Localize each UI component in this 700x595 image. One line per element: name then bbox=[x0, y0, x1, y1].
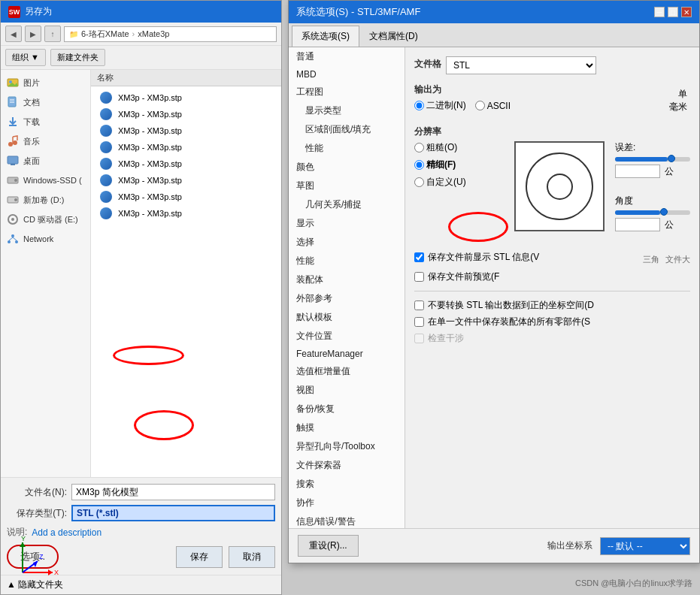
nav-item-area-hatch[interactable]: 区域剖面线/填充 bbox=[289, 120, 405, 139]
nav-item-assembly[interactable]: 装配体 bbox=[289, 270, 405, 289]
sidebar-item-windows-ssd[interactable]: Windows-SSD ( bbox=[1, 171, 90, 190]
filetype-select[interactable]: STL (*.stl) bbox=[71, 505, 275, 521]
slider-track[interactable] bbox=[615, 157, 690, 162]
nav-item-collab[interactable]: 协作 bbox=[289, 494, 405, 512]
nav-item-performance[interactable]: 性能 bbox=[289, 139, 405, 158]
ascii-radio-label[interactable]: ASCII bbox=[475, 101, 511, 111]
maximize-button[interactable]: □ bbox=[668, 7, 678, 17]
sidebar-item-documents[interactable]: 文档 bbox=[1, 92, 90, 112]
custom-radio-label[interactable]: 自定义(U) bbox=[414, 176, 466, 189]
angle-slider bbox=[615, 210, 690, 215]
angle-input[interactable] bbox=[615, 218, 660, 231]
nav-item-display-types[interactable]: 显示类型 bbox=[289, 101, 405, 120]
forward-button[interactable]: ▶ bbox=[25, 26, 41, 42]
nav-item-spin-box[interactable]: 选值框增量值 bbox=[289, 362, 405, 381]
file-list-container: 名称 XM3p - XM3p.stp XM3p - XM3p.stp XM3p … bbox=[91, 70, 281, 477]
main-area: 图片 文档 下载 音乐 bbox=[1, 70, 281, 477]
sidebar-item-desktop[interactable]: 桌面 bbox=[1, 151, 90, 171]
ascii-radio[interactable] bbox=[475, 101, 485, 110]
custom-label: 自定义(U) bbox=[426, 176, 466, 189]
check-interference-checkbox[interactable] bbox=[414, 334, 424, 343]
sidebar-item-downloads[interactable]: 下载 bbox=[1, 112, 90, 131]
sys-title-text: 系统选项(S) - STL/3MF/AMF bbox=[296, 5, 420, 19]
binary-radio[interactable] bbox=[414, 101, 424, 110]
nav-item-relations[interactable]: 几何关系/捕捉 bbox=[289, 195, 405, 214]
file-list[interactable]: XM3p - XM3p.stp XM3p - XM3p.stp XM3p - X… bbox=[91, 86, 281, 477]
nav-item-file-locations[interactable]: 文件位置 bbox=[289, 327, 405, 346]
nav-item-colors[interactable]: 颜色 bbox=[289, 158, 405, 177]
nav-item-hole-dir[interactable]: 异型孔向导/Toolbox bbox=[289, 437, 405, 456]
new-folder-button[interactable]: 新建文件夹 bbox=[50, 49, 105, 66]
save-button[interactable]: 保存 bbox=[176, 546, 223, 568]
coord-select[interactable]: -- 默认 -- bbox=[600, 537, 690, 555]
coarse-radio[interactable] bbox=[414, 143, 424, 153]
nav-item-mbd[interactable]: MBD bbox=[289, 66, 405, 83]
sidebar-item-new-volume[interactable]: 新加卷 (D:) bbox=[1, 190, 90, 210]
nav-item-general[interactable]: 普通 bbox=[289, 47, 405, 66]
downloads-icon bbox=[7, 116, 19, 128]
path-bar[interactable]: 📁 6-珞石XMate › xMate3p bbox=[64, 26, 277, 42]
custom-radio[interactable] bbox=[414, 177, 424, 187]
network-icon bbox=[7, 233, 19, 245]
nav-item-performance2[interactable]: 性能 bbox=[289, 252, 405, 270]
coarse-radio-label[interactable]: 粗糙(O) bbox=[414, 141, 466, 154]
nav-item-sketch[interactable]: 草图 bbox=[289, 177, 405, 195]
angle-slider-track[interactable] bbox=[615, 210, 690, 215]
file-format-label: 文件格 bbox=[414, 58, 441, 71]
file-format-select[interactable]: STL bbox=[446, 56, 596, 74]
reset-button[interactable]: 重设(R)... bbox=[298, 535, 359, 557]
file-item[interactable]: XM3p - XM3p.stp bbox=[94, 189, 278, 205]
show-stl-info-checkbox[interactable] bbox=[414, 252, 424, 262]
sidebar-item-network[interactable]: Network bbox=[1, 229, 90, 249]
error-unit: 公 bbox=[665, 165, 674, 178]
close-button[interactable]: ✕ bbox=[681, 7, 692, 17]
cancel-button[interactable]: 取消 bbox=[229, 546, 275, 568]
up-button[interactable]: ↑ bbox=[44, 26, 61, 42]
file-item[interactable]: XM3p - XM3p.stp bbox=[94, 172, 278, 189]
nav-item-feature-mgr[interactable]: FeatureManager bbox=[289, 346, 405, 362]
no-transform-checkbox[interactable] bbox=[414, 301, 424, 310]
error-input[interactable] bbox=[615, 165, 660, 178]
sidebar-item-music[interactable]: 音乐 bbox=[1, 131, 90, 151]
nav-item-ext-ref[interactable]: 外部参考 bbox=[289, 289, 405, 308]
file-name: XM3p - XM3p.stp bbox=[118, 110, 182, 119]
tab-document-properties[interactable]: 文档属性(D) bbox=[359, 26, 428, 47]
file-item[interactable]: XM3p - XM3p.stp bbox=[94, 106, 278, 122]
tab-system-options[interactable]: 系统选项(S) bbox=[292, 26, 359, 47]
svg-point-12 bbox=[14, 179, 17, 182]
nav-item-search[interactable]: 搜索 bbox=[289, 475, 405, 494]
nav-item-default-templates[interactable]: 默认模板 bbox=[289, 308, 405, 327]
nav-item-backup[interactable]: 备份/恢复 bbox=[289, 400, 405, 418]
nav-item-touch[interactable]: 触摸 bbox=[289, 418, 405, 437]
single-file-checkbox[interactable] bbox=[414, 317, 424, 327]
binary-radio-label[interactable]: 二进制(N) bbox=[414, 99, 466, 112]
nav-item-file-explorer[interactable]: 文件探索器 bbox=[289, 456, 405, 475]
sw-icon: SW bbox=[8, 6, 20, 18]
angle-slider-thumb[interactable] bbox=[660, 208, 668, 216]
error-section: 误差: 公 bbox=[615, 141, 690, 181]
svg-marker-23 bbox=[48, 569, 53, 575]
nav-item-view[interactable]: 视图 bbox=[289, 381, 405, 400]
organize-button[interactable]: 组织 ▼ bbox=[5, 49, 46, 66]
nav-item-drawings[interactable]: 工程图 bbox=[289, 83, 405, 101]
file-item[interactable]: XM3p - XM3p.stp bbox=[94, 205, 278, 222]
sidebar-item-cd-drive[interactable]: CD 驱动器 (E:) bbox=[1, 210, 90, 229]
file-item[interactable]: XM3p - XM3p.stp bbox=[94, 139, 278, 156]
slider-thumb[interactable] bbox=[668, 155, 675, 162]
back-button[interactable]: ◀ bbox=[5, 26, 22, 42]
nav-item-messages[interactable]: 信息/错误/警告 bbox=[289, 512, 405, 528]
nav-item-selection[interactable]: 选择 bbox=[289, 233, 405, 252]
filename-input[interactable] bbox=[71, 484, 275, 500]
preview-save-checkbox[interactable] bbox=[414, 272, 424, 282]
minimize-button[interactable]: ─ bbox=[654, 7, 665, 17]
unit-label: 单 bbox=[669, 88, 687, 101]
fine-radio-label[interactable]: 精细(F) bbox=[414, 159, 466, 171]
file-item[interactable]: XM3p - XM3p.stp bbox=[94, 156, 278, 172]
sidebar-item-pictures[interactable]: 图片 bbox=[1, 73, 90, 92]
nav-item-display[interactable]: 显示 bbox=[289, 214, 405, 233]
axis-indicator: X Y Z bbox=[15, 535, 53, 572]
angle-label: 角度 bbox=[615, 195, 690, 207]
fine-radio[interactable] bbox=[414, 160, 424, 170]
file-item[interactable]: XM3p - XM3p.stp bbox=[94, 122, 278, 139]
file-item[interactable]: XM3p - XM3p.stp bbox=[94, 89, 278, 106]
